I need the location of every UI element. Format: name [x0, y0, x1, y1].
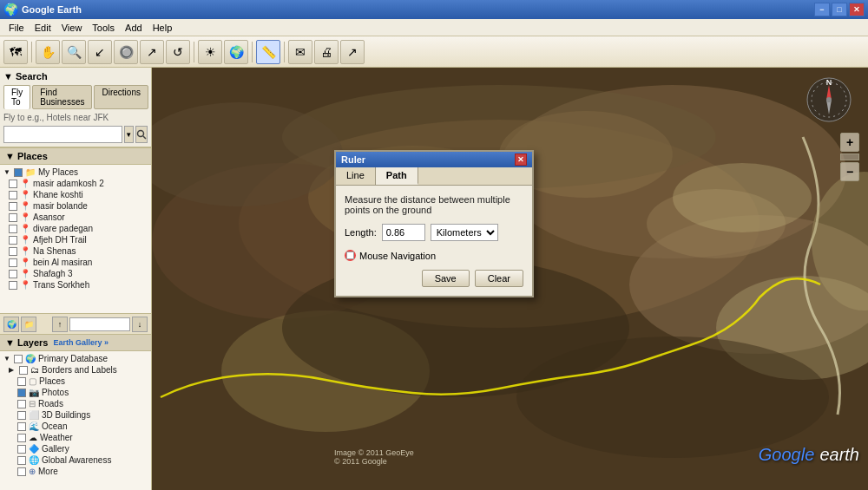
cb-4[interactable]: [9, 213, 17, 222]
maximize-button[interactable]: □: [832, 3, 847, 16]
menu-file[interactable]: File: [3, 19, 30, 36]
places-item-root[interactable]: ▼ 📁 My Places: [0, 167, 151, 178]
earth-gallery-link[interactable]: Earth Gallery »: [53, 338, 108, 347]
cb-2[interactable]: [9, 191, 17, 199]
label-4: Asansor: [33, 212, 65, 222]
close-button[interactable]: ✕: [849, 3, 865, 16]
places-globe-btn[interactable]: 🌍: [3, 317, 19, 332]
tab-find-businesses[interactable]: Find Businesses: [32, 85, 92, 109]
tab-fly-to[interactable]: Fly To: [3, 85, 30, 109]
menu-tools[interactable]: Tools: [87, 19, 120, 36]
places-item-10[interactable]: 📍 Trans Sorkheh: [0, 279, 151, 291]
places-root-checkbox[interactable]: [14, 168, 23, 177]
toolbar-btn-2[interactable]: ↙: [88, 40, 112, 64]
menu-edit[interactable]: Edit: [30, 19, 56, 36]
layer-more[interactable]: ⊕ More: [0, 466, 151, 477]
toolbar-btn-3[interactable]: 🔘: [114, 40, 138, 64]
ruler-save-button[interactable]: Save: [422, 270, 470, 287]
layer-cb-places[interactable]: [17, 377, 26, 386]
search-collapse-icon[interactable]: ▼: [3, 71, 13, 82]
toolbar-btn-email[interactable]: ✉: [288, 40, 312, 64]
search-go-button[interactable]: [135, 126, 148, 143]
menu-view[interactable]: View: [56, 19, 88, 36]
layer-awareness[interactable]: 🌐 Global Awareness: [0, 454, 151, 466]
places-down-btn[interactable]: ↓: [132, 317, 148, 332]
layer-cb-photos[interactable]: [17, 389, 26, 397]
toolbar-btn-earth[interactable]: 🌍: [224, 40, 248, 64]
places-folder-input[interactable]: [69, 317, 130, 331]
places-item-9[interactable]: 📍 Shafagh 3: [0, 268, 151, 279]
places-folder-btn[interactable]: 📁: [21, 317, 36, 332]
places-item-8[interactable]: 📍 bein Al masiran: [0, 257, 151, 268]
layer-primary[interactable]: ▼ 🌍 Primary Database: [0, 353, 151, 364]
layer-weather[interactable]: ☁ Weather: [0, 432, 151, 443]
places-item-2[interactable]: 📍 Khane koshti: [0, 189, 151, 200]
cb-10[interactable]: [9, 281, 17, 290]
ruler-clear-button[interactable]: Clear: [475, 270, 523, 287]
places-item-4[interactable]: 📍 Asansor: [0, 212, 151, 223]
search-input[interactable]: [3, 126, 122, 143]
layer-cb-gallery[interactable]: [17, 445, 26, 454]
places-expand-icon[interactable]: ▼: [5, 151, 15, 161]
layer-roads-label: Roads: [38, 399, 63, 408]
layer-awareness-icon: 🌐: [29, 455, 39, 465]
places-item-7[interactable]: 📍 Na Shenas: [0, 245, 151, 257]
cb-5[interactable]: [9, 225, 17, 233]
layers-tree[interactable]: ▼ 🌍 Primary Database ▶ 🗂 Borders and Lab…: [0, 351, 151, 490]
layer-gallery[interactable]: 🔷 Gallery: [0, 443, 151, 454]
places-up-btn[interactable]: ↑: [52, 317, 68, 332]
ruler-close-button[interactable]: ✕: [515, 154, 527, 166]
places-item-5[interactable]: 📍 divare padegan: [0, 223, 151, 234]
tab-directions[interactable]: Directions: [94, 85, 148, 109]
nav-zoom-in-btn[interactable]: +: [840, 133, 859, 152]
layers-expand-icon[interactable]: ▼: [5, 337, 15, 348]
ruler-mouse-nav-checkbox[interactable]: [346, 252, 354, 259]
toolbar-btn-4[interactable]: ↗: [140, 40, 164, 64]
layer-3d[interactable]: ⬜ 3D Buildings: [0, 409, 151, 421]
nav-zoom-slider[interactable]: [840, 154, 859, 160]
layer-photos[interactable]: 📷 Photos: [0, 387, 151, 398]
menu-help[interactable]: Help: [148, 19, 178, 36]
layer-cb-more[interactable]: [17, 467, 26, 476]
toolbar-btn-hand[interactable]: ✋: [36, 40, 60, 64]
layer-cb-roads[interactable]: [17, 400, 26, 408]
layer-borders[interactable]: ▶ 🗂 Borders and Labels: [0, 364, 151, 376]
layer-cb-borders[interactable]: [19, 366, 28, 375]
layer-cb-ocean[interactable]: [17, 422, 26, 431]
layer-cb-weather[interactable]: [17, 434, 26, 442]
places-item-1[interactable]: 📍 masir adamkosh 2: [0, 178, 151, 189]
layer-cb-3d[interactable]: [17, 411, 26, 420]
minimize-button[interactable]: −: [814, 3, 830, 16]
search-dropdown-btn[interactable]: ▼: [124, 126, 134, 143]
places-item-6[interactable]: 📍 Afjeh DH Trail: [0, 234, 151, 245]
layer-ocean[interactable]: 🌊 Ocean: [0, 421, 151, 432]
ruler-tab-path[interactable]: Path: [376, 167, 418, 185]
ruler-length-input[interactable]: [382, 224, 425, 241]
layer-cb-primary[interactable]: [14, 355, 23, 363]
map-area[interactable]: N + − Ruler ✕ Line Path: [152, 68, 868, 490]
toolbar-btn-share[interactable]: ↗: [340, 40, 365, 64]
cb-8[interactable]: [9, 258, 17, 267]
places-tree[interactable]: ▼ 📁 My Places 📍 masir adamkosh 2 📍 Khane…: [0, 165, 151, 313]
toolbar-btn-zoom[interactable]: 🔍: [62, 40, 86, 64]
places-item-3[interactable]: 📍 masir bolande: [0, 200, 151, 212]
cb-7[interactable]: [9, 247, 17, 256]
toolbar-btn-sun[interactable]: ☀: [198, 40, 222, 64]
places-title: Places: [17, 151, 48, 161]
menu-add[interactable]: Add: [120, 19, 148, 36]
cb-6[interactable]: [9, 236, 17, 245]
cb-3[interactable]: [9, 202, 17, 211]
layer-places[interactable]: ▢ Places: [0, 376, 151, 387]
toolbar-btn-1[interactable]: 🗺: [3, 40, 28, 64]
layer-cb-awareness[interactable]: [17, 456, 26, 465]
ruler-tab-line[interactable]: Line: [336, 167, 376, 185]
toolbar-btn-5[interactable]: ↺: [166, 40, 190, 64]
ruler-length-label: Length:: [345, 227, 377, 238]
layer-roads[interactable]: ⊟ Roads: [0, 398, 151, 409]
toolbar-btn-ruler[interactable]: 📏: [256, 40, 280, 64]
ruler-unit-select[interactable]: Kilometers Miles Meters Feet: [431, 224, 498, 241]
cb-9[interactable]: [9, 270, 17, 278]
cb-1[interactable]: [9, 180, 17, 188]
toolbar-btn-print[interactable]: 🖨: [314, 40, 339, 64]
nav-zoom-out-btn[interactable]: −: [840, 162, 859, 181]
